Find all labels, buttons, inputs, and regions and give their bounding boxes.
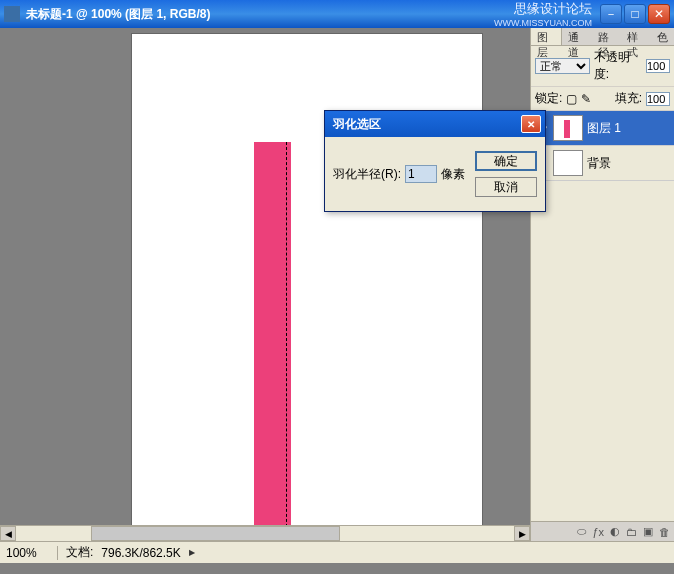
cancel-button[interactable]: 取消 xyxy=(475,177,537,197)
close-button[interactable]: ✕ xyxy=(648,4,670,24)
folder-icon[interactable]: 🗀 xyxy=(626,526,637,538)
fill-input[interactable] xyxy=(646,92,670,106)
fill-label: 填充: xyxy=(615,90,642,107)
scroll-track[interactable] xyxy=(16,526,514,541)
layers-list: 👁 图层 1 背景 xyxy=(531,111,674,521)
zoom-level[interactable]: 100% xyxy=(6,546,58,560)
link-icon[interactable]: ⬭ xyxy=(577,525,586,538)
ok-button[interactable]: 确定 xyxy=(475,151,537,171)
radius-input[interactable] xyxy=(405,165,437,183)
dialog-body: 羽化半径(R): 像素 确定 取消 xyxy=(325,137,545,211)
window-title: 未标题-1 @ 100% (图层 1, RGB/8) xyxy=(26,6,494,23)
dialog-close-button[interactable]: ✕ xyxy=(521,115,541,133)
tab-paths[interactable]: 路径 xyxy=(592,28,622,45)
feather-dialog: 羽化选区 ✕ 羽化半径(R): 像素 确定 取消 xyxy=(324,110,546,212)
tab-color[interactable]: 色 xyxy=(651,28,674,45)
opacity-label: 不透明度: xyxy=(594,49,642,83)
trash-icon[interactable]: 🗑 xyxy=(659,526,670,538)
maximize-button[interactable]: □ xyxy=(624,4,646,24)
radius-label: 羽化半径(R): xyxy=(333,166,401,183)
mask-icon[interactable]: ◐ xyxy=(610,525,620,538)
scroll-thumb[interactable] xyxy=(91,526,340,541)
window-buttons: － □ ✕ xyxy=(600,4,670,24)
canvas-area: ◀ ▶ xyxy=(0,28,530,541)
tab-layers[interactable]: 图层 xyxy=(531,28,562,45)
scroll-right-button[interactable]: ▶ xyxy=(514,526,530,541)
blend-mode-row: 正常 不透明度: xyxy=(531,46,674,87)
scroll-left-button[interactable]: ◀ xyxy=(0,526,16,541)
selection-marquee xyxy=(286,142,287,537)
tab-channels[interactable]: 通道 xyxy=(562,28,592,45)
dialog-titlebar[interactable]: 羽化选区 ✕ xyxy=(325,111,545,137)
doc-label: 文档: xyxy=(66,544,93,561)
dialog-buttons: 确定 取消 xyxy=(475,151,537,197)
blend-mode-select[interactable]: 正常 xyxy=(535,58,590,74)
dialog-input-row: 羽化半径(R): 像素 xyxy=(333,151,465,197)
layer-item[interactable]: 👁 图层 1 xyxy=(531,111,674,146)
statusbar-caret-icon[interactable]: ▶ xyxy=(189,548,195,557)
window-titlebar: 未标题-1 @ 100% (图层 1, RGB/8) 思缘设计论坛 WWW.MI… xyxy=(0,0,674,28)
watermark-text-1: 思缘设计论坛 xyxy=(514,0,592,18)
watermark-text-2: WWW.MISSYUAN.COM xyxy=(494,18,592,28)
doc-info: 796.3K/862.5K xyxy=(101,546,180,560)
radius-unit: 像素 xyxy=(441,166,465,183)
horizontal-scrollbar: ◀ ▶ xyxy=(0,525,530,541)
layers-panel: 图层 通道 路径 样式 色 正常 不透明度: 锁定: ▢ ✎ 填充: 👁 图层 … xyxy=(530,28,674,541)
statusbar: 100% 文档: 796.3K/862.5K ▶ xyxy=(0,541,674,563)
opacity-input[interactable] xyxy=(646,59,670,73)
layer-item[interactable]: 背景 xyxy=(531,146,674,181)
main-workspace: ◀ ▶ 图层 通道 路径 样式 色 正常 不透明度: 锁定: ▢ ✎ 填充: xyxy=(0,28,674,541)
tab-styles[interactable]: 样式 xyxy=(621,28,651,45)
app-icon xyxy=(4,6,20,22)
lock-brush-icon[interactable]: ✎ xyxy=(581,92,591,106)
new-layer-icon[interactable]: ▣ xyxy=(643,525,653,538)
fx-icon[interactable]: ƒx xyxy=(592,526,604,538)
layer-thumbnail xyxy=(553,115,583,141)
watermark: 思缘设计论坛 WWW.MISSYUAN.COM xyxy=(494,0,592,28)
lock-transparent-icon[interactable]: ▢ xyxy=(566,92,577,106)
minimize-button[interactable]: － xyxy=(600,4,622,24)
layers-panel-footer: ⬭ ƒx ◐ 🗀 ▣ 🗑 xyxy=(531,521,674,541)
layer-name: 图层 1 xyxy=(587,120,621,137)
lock-row: 锁定: ▢ ✎ 填充: xyxy=(531,87,674,111)
layer-thumbnail xyxy=(553,150,583,176)
layer-name: 背景 xyxy=(587,155,611,172)
lock-label: 锁定: xyxy=(535,90,562,107)
panel-tabs: 图层 通道 路径 样式 色 xyxy=(531,28,674,46)
dialog-title: 羽化选区 xyxy=(329,116,521,133)
